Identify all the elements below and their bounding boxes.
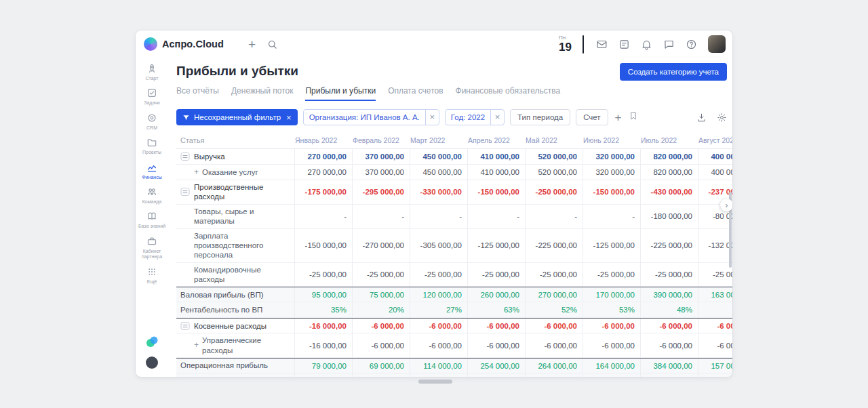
aspro-badge-icon[interactable] [145,335,159,348]
value-cell: -225 000,00 [641,229,698,262]
value-cell: -6 000,00 [526,333,583,357]
sidebar-item-team[interactable]: Команда [136,186,168,205]
download-icon[interactable] [696,113,707,123]
collapse-icon[interactable] [180,321,190,331]
table-row: Косвенные расходы-16 000,00-6 000,00-6 0… [176,318,732,333]
chat-icon[interactable] [663,39,675,50]
finances-icon [146,162,157,173]
notes-icon[interactable] [618,39,630,50]
value-cell: -430 000,00 [641,180,698,204]
collapse-icon[interactable] [180,152,190,161]
value-cell: 370 000,00 [353,165,410,180]
expand-icon[interactable]: + [194,340,199,350]
filter-button[interactable]: Несохраненный фильтр × [176,109,298,125]
main-content: Прибыли и убытки Создать категорию учета… [168,58,732,377]
value-cell: -175 000,00 [295,180,353,204]
article-label: Оказание услуг [202,167,258,177]
sidebar-item-knowledge[interactable]: База знаний [136,211,168,229]
calendar-date[interactable]: Пн 19 [559,35,572,53]
value-cell: -6 000,00 [410,333,468,357]
filter-select[interactable]: Счет [576,109,608,125]
user-avatar[interactable] [708,35,726,53]
value-cell: -330 000,00 [410,180,468,204]
filter-button-label: Несохраненный фильтр [194,113,281,121]
collapse-icon[interactable] [180,187,190,197]
value-cell: -180 000,00 [641,205,698,228]
value-cell: 62% [468,373,526,377]
value-cell: - [295,205,353,228]
article-cell[interactable]: Выручка [176,149,295,164]
sidebar-item-label: Проекты [140,150,163,155]
article-cell: Зарплата производственного персонала [176,229,295,262]
value-cell: 400 000,00 [698,165,732,180]
weekday-label: Пн [559,35,566,41]
table-row: Выручка270 000,00370 000,00450 000,00410… [176,149,732,165]
value-cell: -150 000,00 [295,229,353,262]
value-cell: -125 000,00 [583,229,641,262]
article-cell: Рентабельность по ОП [176,373,295,377]
sidebar-item-partner[interactable]: Кабинет партнера [136,236,168,260]
value-cell: 450 000,00 [410,165,468,180]
value-cell: -295 000,00 [353,180,410,204]
tab-cash-flow[interactable]: Денежный поток [231,86,293,101]
article-cell[interactable]: +Оказание услуг [176,165,295,180]
clear-filter-icon[interactable]: × [286,113,292,123]
value-cell: 520 000,00 [526,165,583,180]
search-icon[interactable] [267,39,278,50]
tab-all-reports[interactable]: Все отчёты [176,86,219,101]
aspro-logo-icon [144,37,157,51]
value-cell: 120 000,00 [410,287,468,302]
remove-chip-icon[interactable]: × [425,110,439,125]
support-avatar[interactable] [146,356,158,369]
crm-icon [146,113,157,123]
value-cell: -6 000,00 [353,319,410,333]
value-cell: 270 000,00 [295,149,353,164]
sidebar-item-start[interactable]: Старт [136,63,168,81]
create-category-button[interactable]: Создать категорию учета [620,63,727,81]
value-cell [698,373,732,377]
table-row: Операционная прибыль79 000,0069 000,0011… [176,358,732,373]
article-cell[interactable]: Производственные расходы [176,180,295,204]
filter-chip[interactable]: Организация: ИП Иванов А. А.× [303,109,439,125]
value-cell: 170 000,00 [583,287,641,302]
app-logo-text: Аспро.Cloud [162,39,224,49]
scroll-right-button[interactable]: › [720,199,732,211]
help-icon[interactable] [686,39,697,50]
value-cell: 52% [526,302,583,317]
bookmark-icon[interactable] [629,111,638,123]
sidebar-item-more[interactable]: Ещё [136,266,168,285]
sidebar-item-label: Старт [143,76,160,81]
expand-icon[interactable]: + [194,167,199,178]
article-cell[interactable]: +Управленческие расходы [176,333,295,357]
quick-add-button[interactable]: + [248,38,256,51]
remove-chip-icon[interactable]: × [490,110,504,125]
value-cell [698,302,732,317]
sidebar-nav: СтартЗадачиCRMПроектыФинансыКомандаБаза … [136,63,168,291]
value-cell: 370 000,00 [353,149,410,164]
settings-icon[interactable] [717,113,727,123]
value-cell: -6 000,00 [353,333,410,357]
horizontal-scrollbar[interactable] [418,380,452,384]
article-label: Товары, сырье и материалы [194,207,290,226]
bell-icon[interactable] [641,39,652,50]
filter-select[interactable]: Тип периода [510,109,570,125]
app-logo[interactable]: Аспро.Cloud [144,37,224,51]
tab-financial-liabilities[interactable]: Финансовые обязательства [456,86,561,101]
sidebar-item-finances[interactable]: Финансы [136,162,168,180]
team-icon [146,186,157,197]
article-cell[interactable]: Косвенные расходы [176,319,295,333]
sidebar-item-crm[interactable]: CRM [136,113,168,131]
tab-profit-loss[interactable]: Прибыли и убытки [305,86,376,101]
sidebar-item-tasks[interactable]: Задачи [136,87,168,106]
column-header: Май 2022 [526,136,583,144]
value-cell: 270 000,00 [295,165,353,180]
article-column-header: Статья [176,136,295,144]
article-label: Рентабельность по ОП [180,376,264,377]
mail-icon[interactable] [596,39,608,50]
value-cell: 75 000,00 [353,287,410,302]
filter-chip[interactable]: Год: 2022× [445,109,505,125]
add-filter-button[interactable]: + [614,112,623,123]
tab-invoice-payments[interactable]: Оплата счетов [388,86,443,101]
sidebar-item-projects[interactable]: Проекты [136,137,168,155]
article-label: Косвенные расходы [194,321,267,331]
